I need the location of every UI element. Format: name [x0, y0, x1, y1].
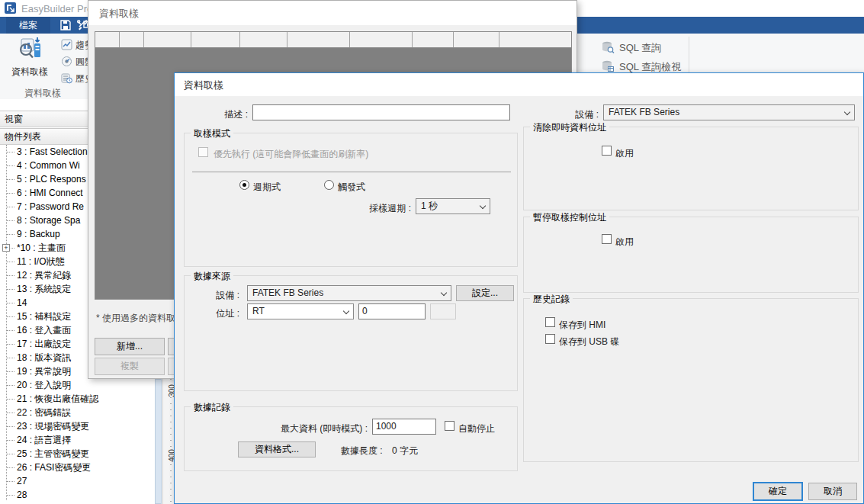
- column-header[interactable]: [95, 32, 120, 47]
- description-label: 描述 :: [194, 108, 248, 121]
- sampling-mode-group: 取樣模式 優先執行 (這可能會降低畫面的刷新率) 週期式 觸發式 採樣週期 : …: [184, 133, 518, 267]
- data-length-value: 0 字元: [392, 445, 418, 457]
- tree-item-label: 25 : 主管密碼變更: [17, 448, 89, 459]
- column-header[interactable]: [144, 32, 191, 47]
- copy-button[interactable]: 複製: [95, 358, 165, 375]
- column-header[interactable]: [413, 32, 454, 47]
- history-group-label: 歷史記錄: [530, 293, 573, 306]
- tree-item-label: 9 : Backup: [17, 229, 60, 239]
- tree-item-label: 16 : 登入畫面: [17, 325, 71, 335]
- hold-sampling-enable-checkbox[interactable]: [602, 234, 612, 244]
- max-data-input[interactable]: 1000: [372, 419, 436, 435]
- clear-realtime-group-label: 清除即時資料位址: [530, 121, 609, 134]
- auto-stop-label: 自動停止: [458, 422, 495, 435]
- list-dialog-title: 資料取樣: [99, 7, 139, 21]
- clear-realtime-group: 清除即時資料位址 啟用: [523, 127, 859, 210]
- tree-item[interactable]: 22 : 密碼錯誤: [0, 406, 154, 419]
- edit-dialog-titlebar[interactable]: 資料取樣: [175, 73, 863, 96]
- save-icon[interactable]: [59, 19, 72, 31]
- list-dialog-titlebar[interactable]: 資料取樣: [88, 1, 577, 25]
- tree-item-label: 18 : 版本資訊: [17, 352, 71, 363]
- source-device-select[interactable]: FATEK FB Series: [247, 285, 451, 301]
- auto-stop-checkbox[interactable]: [445, 421, 454, 431]
- device-label: 設備 :: [545, 108, 599, 121]
- cancel-button[interactable]: 取消: [808, 483, 857, 500]
- list-dialog-footnote: * 使用過多的資料取: [96, 312, 175, 325]
- sampling-mode-group-label: 取樣模式: [191, 127, 233, 140]
- column-header[interactable]: [240, 32, 287, 47]
- expand-plus-icon[interactable]: +: [2, 244, 10, 252]
- tree-item-label: 7 : Password Re: [17, 201, 84, 212]
- editor-scrollbar[interactable]: [155, 379, 162, 504]
- data-record-group: 數據記錄 最大資料 (即時模式) : 1000 自動停止 資料格式... 數據長…: [184, 406, 518, 471]
- column-header[interactable]: [120, 32, 144, 47]
- tree-item[interactable]: 21 : 恢復出廠值確認: [0, 392, 154, 406]
- period-select[interactable]: 1 秒: [416, 198, 490, 214]
- clear-realtime-enable-checkbox[interactable]: [602, 146, 612, 156]
- sql-query-icon: [601, 40, 615, 56]
- tree-item-label: 13 : 系統設定: [17, 284, 71, 294]
- tree-item-label: 20 : 登入說明: [17, 380, 71, 390]
- address-label: 位址 :: [200, 307, 239, 320]
- tree-item[interactable]: 20 : 登入說明: [0, 378, 154, 392]
- edit-dialog-title: 資料取樣: [184, 79, 223, 92]
- tree-item[interactable]: 24 : 語言選擇: [0, 433, 154, 447]
- hold-sampling-group: 暫停取樣控制位址 啟用: [523, 217, 859, 293]
- data-sampling-big-button[interactable]: 資料取樣: [5, 36, 55, 86]
- tree-item-label: 11 : I/O狀態: [17, 256, 64, 267]
- column-header[interactable]: [191, 32, 240, 47]
- chevron-down-icon: [343, 308, 349, 314]
- editor-vertical-ruler: 300 400: [162, 379, 174, 504]
- ok-button[interactable]: 確定: [753, 482, 803, 501]
- tree-item-label: 19 : 異常說明: [17, 366, 71, 377]
- source-device-label: 設備 :: [200, 289, 239, 302]
- period-value: 1 秒: [421, 201, 438, 211]
- column-header[interactable]: [454, 32, 499, 47]
- trigger-radio[interactable]: [324, 180, 334, 190]
- sampling-table-header: [95, 32, 571, 48]
- tree-item[interactable]: 25 : 主管密碼變更: [0, 447, 154, 461]
- ribbon-group-label: 資料取樣: [0, 87, 85, 100]
- source-device-value: FATEK FB Series: [252, 287, 323, 298]
- tree-item-label: 15 : 補料設定: [17, 311, 71, 322]
- device-select[interactable]: FATEK FB Series: [603, 104, 855, 120]
- hold-sampling-enable-label: 啟用: [615, 236, 634, 249]
- tree-item[interactable]: 28: [0, 488, 154, 502]
- tree-item-label: 24 : 語言選擇: [17, 435, 71, 445]
- address-input[interactable]: 0: [358, 303, 426, 319]
- priority-checkbox-label: 優先執行 (這可能會降低畫面的刷新率): [214, 148, 368, 161]
- address-extra-box: [430, 303, 456, 319]
- data-sampling-icon: [17, 53, 43, 64]
- tree-item[interactable]: 23 : 現場密碼變更: [0, 419, 154, 433]
- tree-item-label: 21 : 恢復出廠值確認: [17, 393, 98, 404]
- data-source-group: 數據來源 設備 : FATEK FB Series 設定... 位址 : RT …: [184, 275, 518, 391]
- tree-item[interactable]: 27: [0, 474, 154, 488]
- save-hmi-checkbox[interactable]: [545, 317, 555, 327]
- tab-file[interactable]: 檔案: [6, 17, 50, 34]
- data-length-label: 數據長度 :: [341, 445, 383, 457]
- period-label: 採樣週期 :: [348, 202, 411, 215]
- max-data-label: 最大資料 (即時模式) :: [261, 422, 368, 435]
- tree-item-label: 14: [17, 297, 27, 308]
- settings-button[interactable]: 設定...: [456, 285, 514, 301]
- data-format-button[interactable]: 資料格式...: [238, 441, 316, 457]
- tree-item-label: 3 : Fast Selection: [17, 146, 88, 157]
- chevron-down-icon: [480, 203, 486, 209]
- column-header[interactable]: [350, 32, 413, 47]
- device-value: FATEK FB Series: [609, 107, 679, 117]
- description-input[interactable]: [252, 104, 510, 120]
- periodic-radio[interactable]: [239, 180, 249, 190]
- periodic-radio-label: 週期式: [253, 181, 281, 194]
- sql-query-button[interactable]: SQL 查詢: [601, 40, 661, 56]
- data-sampling-big-label: 資料取樣: [5, 66, 55, 79]
- address-type-select[interactable]: RT: [247, 303, 354, 319]
- tree-item-label: 26 : FASI密碼變更: [17, 462, 91, 473]
- tree-item[interactable]: 26 : FASI密碼變更: [0, 461, 154, 474]
- column-header[interactable]: [287, 32, 350, 47]
- chevron-down-icon: [844, 109, 850, 115]
- tree-item-label: 4 : Common Wi: [17, 160, 80, 171]
- save-usb-checkbox[interactable]: [545, 334, 555, 344]
- save-usb-label: 保存到 USB 碟: [559, 335, 619, 348]
- new-button[interactable]: 新增...: [95, 338, 165, 355]
- tree-item-label: 27: [17, 476, 27, 486]
